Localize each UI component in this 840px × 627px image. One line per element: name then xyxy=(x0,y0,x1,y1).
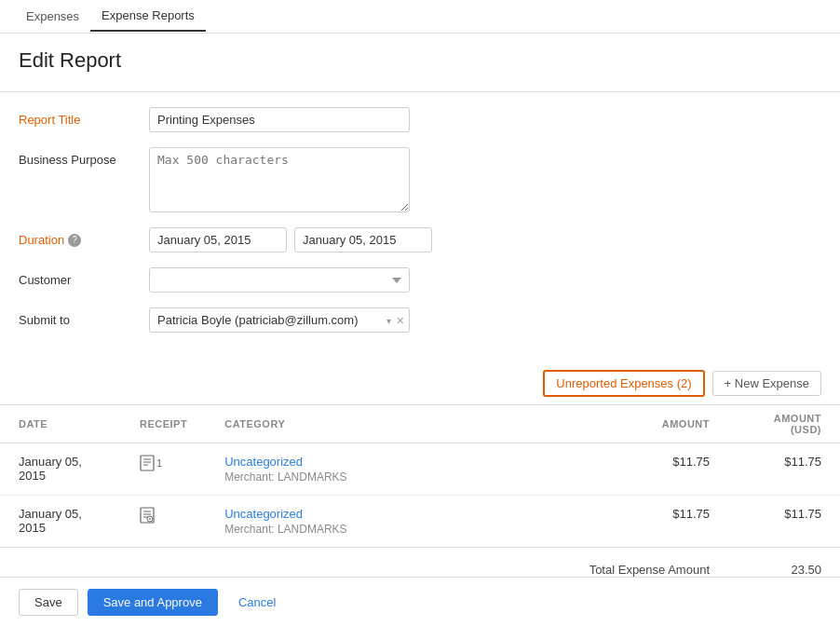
customer-row: Customer xyxy=(19,267,821,293)
expense-date: January 05, 2015 xyxy=(0,496,121,548)
duration-row: Duration ? xyxy=(19,227,821,252)
col-header-amount: AMOUNT xyxy=(616,405,728,443)
expense-date: January 05, 2015 xyxy=(0,443,121,496)
expense-table: DATE RECEIPT CATEGORY AMOUNT AMOUNT (USD… xyxy=(0,404,840,548)
table-row: January 05, 2015 1 Uncategorized xyxy=(0,443,840,496)
expense-category-link[interactable]: Uncategorized xyxy=(224,507,303,521)
expense-category-cell: Uncategorized Merchant: LANDMARKS xyxy=(206,443,616,496)
expense-merchant: Merchant: LANDMARKS xyxy=(224,470,598,484)
help-icon[interactable]: ? xyxy=(68,234,81,247)
business-purpose-input[interactable] xyxy=(149,147,410,212)
total-expense-row: Total Expense Amount 23.50 xyxy=(523,563,821,577)
submit-to-wrapper: × ▾ xyxy=(149,307,410,333)
expense-actions: Unreported Expenses (2) + New Expense xyxy=(0,362,840,404)
duration-start-input[interactable] xyxy=(149,227,287,252)
save-and-approve-button[interactable]: Save and Approve xyxy=(88,589,218,616)
report-title-row: Report Title xyxy=(19,107,821,132)
bottom-bar: Save Save and Approve Cancel xyxy=(0,577,840,627)
business-purpose-row: Business Purpose xyxy=(19,147,821,212)
receipt-icon[interactable] xyxy=(140,507,187,524)
submit-to-label: Submit to xyxy=(19,307,149,327)
nav-expenses[interactable]: Expenses xyxy=(15,2,90,31)
expense-amount: $11.75 xyxy=(616,443,728,496)
submit-to-row: Submit to × ▾ xyxy=(19,307,821,333)
col-header-date: DATE xyxy=(0,405,121,443)
total-expense-value: 23.50 xyxy=(747,563,821,577)
expense-receipt: 1 xyxy=(121,443,206,496)
table-row: January 05, 2015 xyxy=(0,496,840,548)
cancel-button[interactable]: Cancel xyxy=(227,590,287,615)
nav-expense-reports[interactable]: Expense Reports xyxy=(90,1,206,32)
receipt-count: 1 xyxy=(156,457,162,469)
expense-amount-usd: $11.75 xyxy=(728,496,840,548)
report-title-label: Report Title xyxy=(19,107,149,127)
breadcrumb: Expenses Expense Reports xyxy=(0,0,840,34)
expense-receipt xyxy=(121,496,206,548)
svg-rect-0 xyxy=(141,456,154,470)
unreported-expenses-button[interactable]: Unreported Expenses (2) xyxy=(543,370,704,397)
duration-label: Duration ? xyxy=(19,227,149,247)
expense-category-link[interactable]: Uncategorized xyxy=(224,455,303,469)
report-title-input[interactable] xyxy=(149,107,410,132)
col-header-category: CATEGORY xyxy=(206,405,616,443)
edit-report-form: Report Title Business Purpose Duration ?… xyxy=(0,100,840,362)
customer-label: Customer xyxy=(19,267,149,287)
col-header-receipt: RECEIPT xyxy=(121,405,206,443)
expense-merchant: Merchant: LANDMARKS xyxy=(224,523,598,536)
duration-end-input[interactable] xyxy=(294,227,432,252)
new-expense-button[interactable]: + New Expense xyxy=(712,371,821,396)
expense-amount: $11.75 xyxy=(616,496,728,548)
receipt-icon[interactable]: 1 xyxy=(140,455,187,471)
business-purpose-label: Business Purpose xyxy=(19,147,149,167)
customer-select[interactable] xyxy=(149,267,410,293)
col-header-amount-usd: AMOUNT (USD) xyxy=(728,405,840,443)
expense-amount-usd: $11.75 xyxy=(728,443,840,496)
submit-to-input[interactable] xyxy=(149,307,410,333)
submit-to-clear-icon[interactable]: × xyxy=(397,313,404,328)
total-expense-label: Total Expense Amount xyxy=(523,563,710,577)
page-title: Edit Report xyxy=(0,34,840,84)
save-button[interactable]: Save xyxy=(19,589,78,616)
expense-category-cell: Uncategorized Merchant: LANDMARKS xyxy=(206,496,616,548)
duration-inputs xyxy=(149,227,432,252)
